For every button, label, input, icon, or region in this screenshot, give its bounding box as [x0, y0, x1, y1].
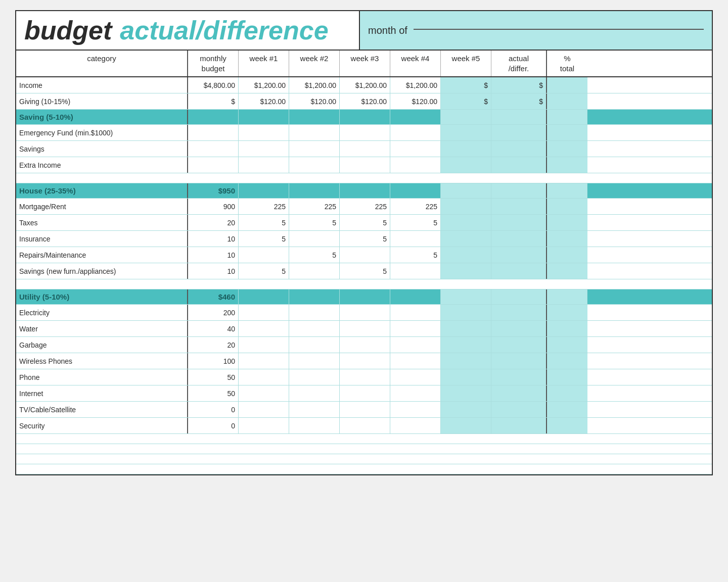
cell-week2	[289, 263, 340, 279]
cell-actual	[491, 402, 547, 417]
cell-week2	[289, 231, 340, 247]
cell-monthly_budget: 20	[188, 215, 239, 230]
cell-category: Security	[16, 418, 188, 433]
cell-week2: 5	[289, 247, 340, 263]
table-row: Water40	[16, 321, 712, 337]
cell-week5: $	[441, 93, 491, 109]
cell-actual	[491, 199, 547, 214]
cell-actual	[491, 157, 547, 173]
cell-pct	[547, 199, 587, 214]
cell-week2	[289, 289, 340, 304]
cell-actual	[491, 183, 547, 198]
cell-monthly_budget: 50	[188, 385, 239, 401]
cell-week5	[441, 125, 491, 140]
cell-week4	[390, 385, 441, 401]
table-row: Insurance1055	[16, 231, 712, 247]
cell-category: Extra Income	[16, 157, 188, 173]
cell-category: Savings	[16, 141, 188, 157]
cell-pct	[547, 289, 587, 304]
cell-week2	[289, 385, 340, 401]
cell-category: Taxes	[16, 215, 188, 230]
cell-week5	[441, 263, 491, 279]
cell-week5	[441, 247, 491, 263]
cell-week4	[390, 418, 441, 433]
cell-actual	[491, 110, 547, 124]
table-row: Extra Income	[16, 157, 712, 173]
cell-monthly_budget: 0	[188, 418, 239, 433]
cell-week5	[441, 199, 491, 214]
cell-week3: 5	[340, 231, 390, 247]
cell-pct	[547, 215, 587, 230]
blank-row	[16, 279, 712, 289]
cell-week1	[239, 321, 289, 336]
cell-pct	[547, 369, 587, 385]
cell-pct	[547, 263, 587, 279]
cell-week1	[239, 305, 289, 320]
budget-title: budget	[24, 15, 112, 45]
cell-week2	[289, 157, 340, 173]
cell-week5	[441, 402, 491, 417]
cell-week5	[441, 231, 491, 247]
cell-pct	[547, 77, 587, 93]
cell-category: Giving (10-15%)	[16, 93, 188, 109]
month-of-label: month of	[368, 25, 407, 36]
cell-actual	[491, 231, 547, 247]
cell-week2	[289, 321, 340, 336]
header-right: month of	[360, 11, 712, 50]
cell-monthly_budget: 0	[188, 402, 239, 417]
table-body: Income$4,800.00$1,200.00$1,200.00$1,200.…	[16, 77, 712, 474]
cell-pct	[547, 305, 587, 320]
cell-actual	[491, 369, 547, 385]
cell-week5	[441, 157, 491, 173]
cell-category: Repairs/Maintenance	[16, 247, 188, 263]
cell-category: Water	[16, 321, 188, 336]
cell-week3	[340, 353, 390, 369]
cell-week4: 5	[390, 247, 441, 263]
cell-category: Garbage	[16, 337, 188, 353]
cell-week4	[390, 402, 441, 417]
cell-monthly_budget: 20	[188, 337, 239, 353]
cell-week4	[390, 289, 441, 304]
cell-week1	[239, 385, 289, 401]
cell-week4	[390, 353, 441, 369]
cell-week4: $1,200.00	[390, 77, 441, 93]
cell-week5	[441, 289, 491, 304]
table-row: Wireless Phones100	[16, 353, 712, 369]
cell-week4: $120.00	[390, 93, 441, 109]
cell-week2	[289, 369, 340, 385]
cell-week2	[289, 305, 340, 320]
cell-week2	[289, 183, 340, 198]
section-header-row: Saving (5-10%)	[16, 110, 712, 125]
cell-category: Mortgage/Rent	[16, 199, 188, 214]
cell-pct	[547, 247, 587, 263]
cell-monthly_budget: $950	[188, 183, 239, 198]
cell-category: TV/Cable/Satellite	[16, 402, 188, 417]
cell-category: Emergency Fund (min.$1000)	[16, 125, 188, 140]
cell-pct	[547, 110, 587, 124]
cell-pct	[547, 385, 587, 401]
cell-pct	[547, 157, 587, 173]
col-week2: week #2	[289, 51, 340, 76]
cell-week4: 5	[390, 215, 441, 230]
cell-week1	[239, 157, 289, 173]
cell-week1	[239, 418, 289, 433]
cell-week5	[441, 337, 491, 353]
cell-week3	[340, 369, 390, 385]
blank-row	[16, 434, 712, 444]
cell-week2: 5	[289, 215, 340, 230]
col-actual-differ: actual/differ.	[491, 51, 547, 76]
cell-week3	[340, 305, 390, 320]
cell-week1	[239, 353, 289, 369]
table-row: Phone50	[16, 369, 712, 385]
cell-week3: $120.00	[340, 93, 390, 109]
cell-week3	[340, 385, 390, 401]
cell-week3: 225	[340, 199, 390, 214]
col-week1: week #1	[239, 51, 289, 76]
cell-week4	[390, 369, 441, 385]
cell-week5	[441, 110, 491, 124]
cell-week4	[390, 157, 441, 173]
cell-week2	[289, 418, 340, 433]
cell-monthly_budget: 10	[188, 247, 239, 263]
cell-category: Phone	[16, 369, 188, 385]
column-headers: category monthlybudget week #1 week #2 w…	[16, 51, 712, 77]
